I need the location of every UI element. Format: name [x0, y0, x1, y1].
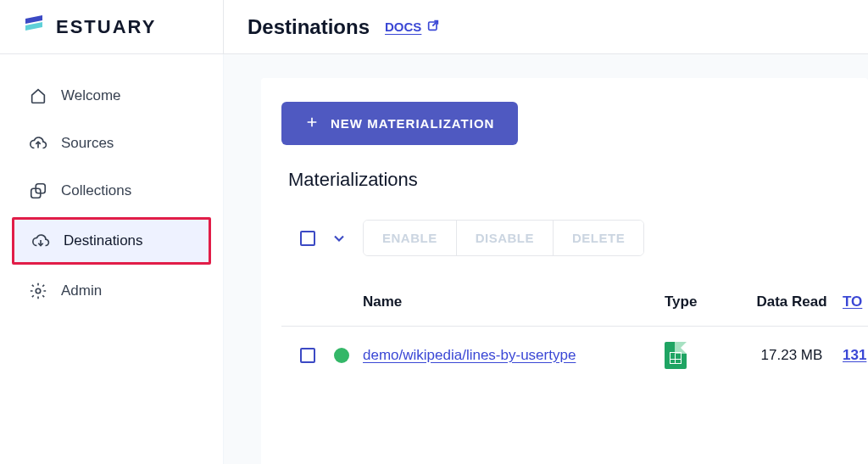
row-extra-value: 131 [843, 347, 868, 364]
row-checkbox[interactable] [300, 348, 315, 363]
docs-link[interactable]: DOCS [385, 19, 440, 35]
table-toolbar: ENABLE DISABLE DELETE [300, 220, 868, 256]
materialization-name-link[interactable]: demo/wikipedia/lines-by-usertype [363, 347, 576, 363]
sidebar: Welcome Sources Collections Destinations [0, 54, 224, 464]
column-extra[interactable]: TO [843, 293, 868, 310]
new-materialization-button[interactable]: NEW MATERIALIZATION [281, 102, 518, 145]
sidebar-item-label: Sources [61, 135, 114, 152]
topbar: ESTUARY Destinations DOCS [0, 0, 868, 54]
sidebar-item-sources[interactable]: Sources [12, 122, 211, 165]
sidebar-item-admin[interactable]: Admin [12, 270, 211, 312]
column-name: Name [363, 293, 665, 310]
delete-button[interactable]: DELETE [554, 221, 643, 255]
disable-button[interactable]: DISABLE [457, 221, 554, 255]
external-link-icon [426, 19, 440, 35]
sidebar-item-collections[interactable]: Collections [12, 170, 211, 212]
data-read-value: 17.23 MB [741, 347, 843, 364]
sidebar-item-label: Destinations [64, 232, 143, 249]
page-title: Destinations [248, 15, 370, 39]
brand-name: ESTUARY [56, 16, 156, 38]
gear-icon [29, 282, 47, 300]
cloud-download-icon [31, 232, 50, 250]
svg-point-3 [36, 288, 41, 293]
sidebar-item-label: Admin [61, 282, 102, 299]
sidebar-item-welcome[interactable]: Welcome [12, 75, 211, 117]
docs-link-label: DOCS [385, 20, 421, 34]
cloud-upload-icon [29, 134, 47, 153]
sidebar-item-destinations[interactable]: Destinations [12, 217, 211, 265]
table-header: Name Type Data Read TO [281, 278, 868, 327]
home-icon [29, 87, 47, 105]
google-sheets-icon [665, 342, 687, 369]
chevron-down-icon[interactable] [331, 230, 348, 247]
column-type: Type [665, 293, 741, 310]
collections-icon [29, 182, 47, 200]
plus-icon [305, 115, 319, 131]
enable-button[interactable]: ENABLE [364, 221, 457, 255]
content-area: NEW MATERIALIZATION Materializations ENA… [224, 54, 868, 464]
select-all-checkbox[interactable] [300, 231, 315, 246]
materializations-table: Name Type Data Read TO demo/wikip [281, 278, 868, 384]
status-indicator-icon [334, 348, 349, 363]
section-title: Materializations [288, 169, 868, 191]
sidebar-item-label: Welcome [61, 87, 121, 104]
table-row: demo/wikipedia/lines-by-usertype 17.23 M… [281, 327, 868, 384]
new-materialization-label: NEW MATERIALIZATION [331, 116, 494, 131]
brand[interactable]: ESTUARY [0, 0, 224, 53]
sidebar-item-label: Collections [61, 182, 131, 199]
materializations-card: NEW MATERIALIZATION Materializations ENA… [261, 78, 868, 464]
bulk-action-group: ENABLE DISABLE DELETE [363, 220, 644, 256]
column-data-read: Data Read [741, 293, 843, 310]
brand-logo-icon [24, 14, 47, 41]
